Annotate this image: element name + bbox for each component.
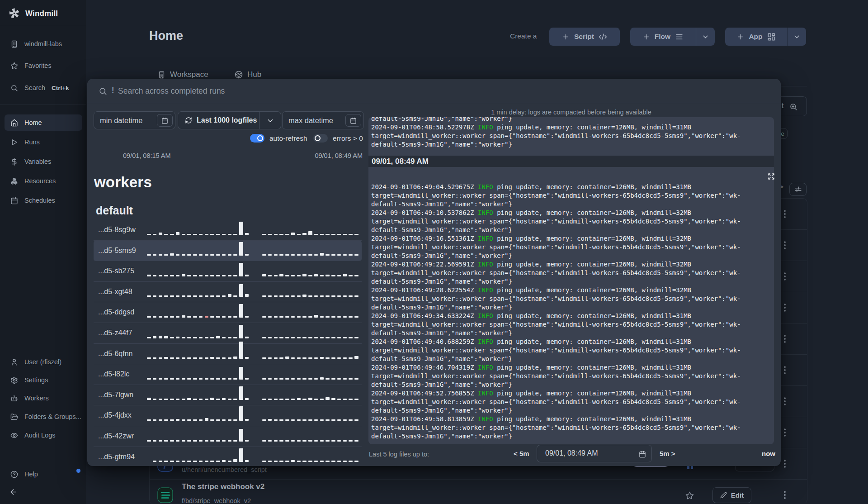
sparkline-bar: [193, 399, 197, 400]
sliders-icon: [794, 185, 802, 194]
home-list-row[interactable]: The stripe webhook v2f/bd/stripe_webhook…: [150, 480, 807, 504]
modal-search-input[interactable]: [118, 79, 706, 103]
sparkline-bar: [337, 378, 341, 380]
logfiles-dropdown[interactable]: [266, 117, 274, 125]
sparkline-bar: [314, 378, 318, 380]
sparkline-bar: [326, 461, 330, 462]
sparkline-bar: [199, 234, 203, 235]
sparkline-bar: [302, 357, 307, 359]
log-line: target=windmill_worker::worker span={"ho…: [371, 217, 771, 226]
sidebar-item-audit-logs[interactable]: Audit Logs: [0, 428, 86, 443]
windmill-logo[interactable]: Windmill: [9, 8, 58, 19]
sparkline-bar: [308, 231, 312, 235]
sparkline-bar: [337, 295, 341, 297]
sparkline-bar: [222, 398, 226, 400]
sparkline-bar: [337, 337, 341, 338]
sidebar-item-settings[interactable]: Settings: [0, 372, 86, 388]
sparkline-bar: [337, 399, 341, 400]
sidebar-item-schedules[interactable]: Schedules: [0, 193, 86, 208]
home-filter-pill-label: e: [781, 130, 784, 137]
sidebar-item-resources[interactable]: Resources: [0, 173, 86, 189]
max-datetime-input[interactable]: max datetime: [282, 111, 364, 129]
log-now-button[interactable]: now: [762, 450, 775, 457]
log-back-5m-button[interactable]: < 5m: [514, 450, 529, 457]
edit-button[interactable]: Edit: [712, 487, 751, 503]
row-menu-kebab-icon[interactable]: [784, 397, 786, 405]
create-a-label: Create a: [510, 32, 537, 40]
sidebar-item-folders[interactable]: Folders & Groups...: [0, 409, 86, 424]
log-entry: 2024-09-01T06:49:40.688259Z INFO ping up…: [371, 338, 771, 363]
min-datetime-calendar-button[interactable]: [157, 114, 173, 127]
create-script-button[interactable]: Script: [549, 28, 620, 46]
max-datetime-calendar-button[interactable]: [345, 114, 361, 127]
log-fwd-5m-button[interactable]: 5m >: [660, 450, 675, 457]
create-app-button[interactable]: App: [725, 28, 806, 46]
sidebar-item-search[interactable]: Search Ctrl+k: [0, 80, 86, 95]
star-icon: [10, 62, 18, 70]
logfiles-select[interactable]: Last 1000 logfiles: [178, 111, 281, 129]
log-level: INFO: [478, 338, 493, 345]
sparkline-bar: [187, 254, 191, 256]
sidebar-item-favorites[interactable]: Favorites: [0, 58, 86, 73]
row-menu-kebab-icon[interactable]: [784, 428, 786, 437]
errors-toggle[interactable]: [313, 134, 328, 143]
sidebar-item-runs[interactable]: Runs: [0, 134, 86, 150]
log-message: ping update, memory: container=126MB, wi…: [493, 124, 691, 131]
worker-id: ...d5-xgt48: [98, 288, 132, 296]
row-menu-kebab-icon[interactable]: [784, 335, 786, 343]
log-entry: 2024-09-01T06:49:46.704319Z INFO ping up…: [371, 363, 771, 389]
sparkline-bar: [297, 461, 301, 462]
sparkline-bar: [331, 461, 335, 462]
sidebar-item-help[interactable]: Help: [0, 466, 86, 482]
row-menu-kebab-icon[interactable]: [784, 460, 786, 468]
log-line: default-5sms9-Jmn1G","name":"worker"}: [371, 406, 771, 415]
log-date-calendar-button[interactable]: [634, 448, 650, 461]
sparkline-bar: [354, 337, 359, 338]
expand-icon[interactable]: [768, 173, 775, 180]
min-datetime-input[interactable]: min datetime: [94, 111, 175, 129]
sparkline-bar: [279, 461, 283, 462]
log-line: default-5sms9-Jmn1G","name":"worker"}: [371, 252, 771, 260]
tab-hub[interactable]: Hub: [235, 70, 261, 79]
sparkline-bar: [285, 440, 289, 442]
log-date-input[interactable]: 09/01, 08:49 AM: [537, 445, 652, 462]
windmill-app: Windmill windmill-labs Favorites Search …: [0, 0, 868, 504]
row-menu-kebab-icon[interactable]: [784, 241, 786, 249]
sparkline-bar: [308, 461, 312, 462]
auto-refresh-toggle[interactable]: [250, 134, 264, 143]
worker-row[interactable]: ...d5-gtm94: [94, 447, 362, 466]
sidebar-item-variables[interactable]: Variables: [0, 154, 86, 169]
sparkline-bar: [302, 233, 307, 235]
log-viewer[interactable]: default-5sms9-Jmn1G","name":"worker"}202…: [368, 117, 774, 444]
sparkline-bar: [176, 419, 180, 421]
sparkline-bar: [176, 295, 180, 297]
sparkline-bar: [159, 378, 163, 380]
sidebar-item-user[interactable]: User (rfiszel): [0, 354, 86, 370]
sidebar-collapse-button[interactable]: [9, 488, 18, 496]
sparkline-bar: [337, 357, 341, 359]
sparkline-bar: [297, 275, 301, 276]
sidebar-item-workers[interactable]: Workers: [0, 390, 86, 406]
sparkline-bar: [205, 399, 209, 400]
row-menu-kebab-icon[interactable]: [784, 304, 786, 312]
sparkline-bar: [159, 419, 163, 421]
home-filter-button[interactable]: [789, 183, 807, 196]
row-menu-kebab-icon[interactable]: [784, 210, 786, 218]
row-menu-kebab-icon[interactable]: [784, 366, 786, 374]
sparkline-bar: [279, 337, 283, 338]
sparkline-bar: [205, 275, 209, 276]
create-flow-button[interactable]: Flow: [630, 28, 715, 46]
create-flow-dropdown[interactable]: [696, 28, 715, 46]
sparkline-bar: [262, 419, 266, 421]
create-app-dropdown[interactable]: [787, 28, 806, 46]
row-menu-kebab-icon[interactable]: [784, 491, 786, 499]
worker-activity-sparkline: [147, 279, 359, 297]
star-icon[interactable]: [685, 491, 694, 500]
sparkline-bar: [297, 440, 301, 442]
sparkline-bar: [349, 275, 353, 276]
sidebar-item-home[interactable]: Home: [0, 115, 86, 130]
sparkline-bar: [279, 440, 283, 442]
tab-workspace[interactable]: Workspace: [158, 70, 208, 79]
sidebar-item-workspace[interactable]: windmill-labs: [0, 36, 86, 52]
row-menu-kebab-icon[interactable]: [784, 272, 786, 281]
